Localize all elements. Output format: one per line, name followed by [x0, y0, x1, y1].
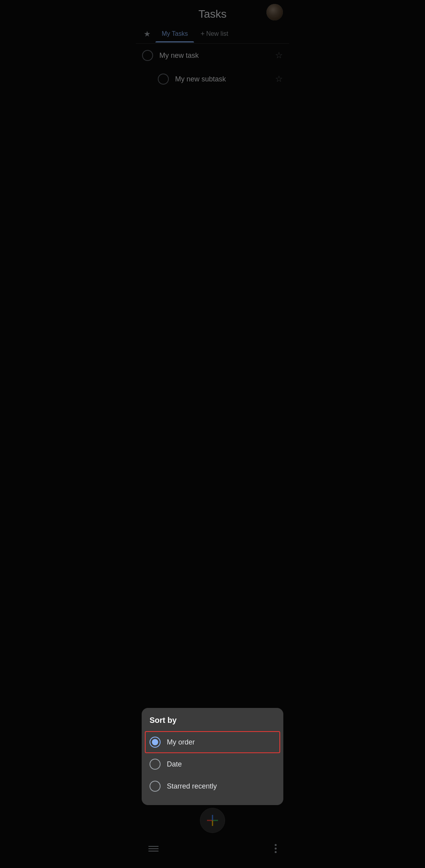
app-container: Tasks ★ My Tasks + New list My new task … — [136, 0, 289, 868]
sort-dialog: Sort by My order Date Starred recently — [142, 708, 283, 805]
radio-starred-recently — [150, 781, 161, 792]
sort-option-date[interactable]: Date — [142, 753, 283, 775]
sort-label-date: Date — [167, 760, 182, 768]
sort-option-starred-recently[interactable]: Starred recently — [142, 775, 283, 797]
sort-label-starred-recently: Starred recently — [167, 782, 217, 791]
radio-inner-my-order — [152, 739, 158, 745]
sort-option-my-order[interactable]: My order — [145, 731, 280, 753]
sort-label-my-order: My order — [167, 738, 195, 746]
sort-dialog-title: Sort by — [142, 716, 283, 731]
radio-my-order — [150, 737, 161, 748]
radio-date — [150, 759, 161, 770]
